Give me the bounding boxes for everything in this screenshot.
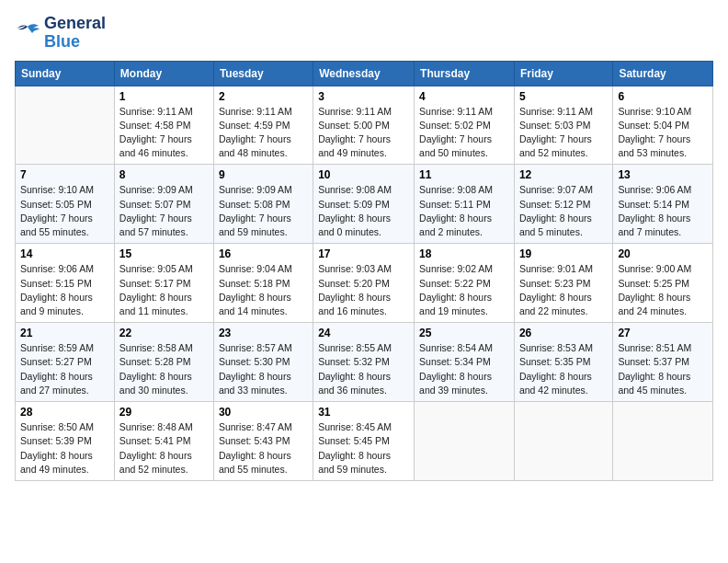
day-number: 4 xyxy=(419,90,509,103)
day-info: Sunrise: 9:06 AMSunset: 5:15 PMDaylight:… xyxy=(20,262,109,318)
calendar-cell: 7Sunrise: 9:10 AMSunset: 5:05 PMDaylight… xyxy=(16,165,115,244)
calendar-cell: 17Sunrise: 9:03 AMSunset: 5:20 PMDayligh… xyxy=(313,244,415,323)
calendar-cell: 13Sunrise: 9:06 AMSunset: 5:14 PMDayligh… xyxy=(613,165,713,244)
logo-text: General Blue xyxy=(44,15,106,52)
day-number: 13 xyxy=(618,168,708,181)
calendar-cell: 8Sunrise: 9:09 AMSunset: 5:07 PMDaylight… xyxy=(114,165,213,244)
day-number: 23 xyxy=(219,327,308,339)
calendar-cell: 22Sunrise: 8:58 AMSunset: 5:28 PMDayligh… xyxy=(114,323,213,402)
day-info: Sunrise: 9:11 AMSunset: 5:02 PMDaylight:… xyxy=(419,105,509,161)
day-info: Sunrise: 8:47 AMSunset: 5:43 PMDaylight:… xyxy=(219,420,308,477)
day-number: 17 xyxy=(318,247,409,260)
calendar-cell: 16Sunrise: 9:04 AMSunset: 5:18 PMDayligh… xyxy=(213,244,313,323)
day-number: 27 xyxy=(618,327,708,339)
day-info: Sunrise: 9:04 AMSunset: 5:18 PMDaylight:… xyxy=(219,262,308,318)
calendar-cell: 24Sunrise: 8:55 AMSunset: 5:32 PMDayligh… xyxy=(313,323,415,402)
calendar-cell: 21Sunrise: 8:59 AMSunset: 5:27 PMDayligh… xyxy=(16,323,115,402)
calendar-cell: 14Sunrise: 9:06 AMSunset: 5:15 PMDayligh… xyxy=(16,244,115,323)
day-info: Sunrise: 8:53 AMSunset: 5:35 PMDaylight:… xyxy=(519,341,608,397)
calendar-cell: 11Sunrise: 9:08 AMSunset: 5:11 PMDayligh… xyxy=(415,165,515,244)
calendar-cell: 23Sunrise: 8:57 AMSunset: 5:30 PMDayligh… xyxy=(213,323,313,402)
header-day-monday: Monday xyxy=(114,61,213,86)
day-info: Sunrise: 9:11 AMSunset: 4:59 PMDaylight:… xyxy=(219,105,308,161)
calendar-cell: 31Sunrise: 8:45 AMSunset: 5:45 PMDayligh… xyxy=(313,402,415,481)
day-number: 15 xyxy=(119,247,209,260)
day-info: Sunrise: 8:55 AMSunset: 5:32 PMDaylight:… xyxy=(318,341,409,397)
calendar-header-row: SundayMondayTuesdayWednesdayThursdayFrid… xyxy=(16,61,713,86)
day-info: Sunrise: 9:11 AMSunset: 4:58 PMDaylight:… xyxy=(119,105,209,161)
day-number: 28 xyxy=(20,406,109,419)
calendar-cell: 18Sunrise: 9:02 AMSunset: 5:22 PMDayligh… xyxy=(415,244,515,323)
day-info: Sunrise: 9:08 AMSunset: 5:11 PMDaylight:… xyxy=(419,183,509,239)
day-info: Sunrise: 9:09 AMSunset: 5:08 PMDaylight:… xyxy=(219,183,308,239)
calendar-cell xyxy=(514,402,612,481)
day-number: 3 xyxy=(318,90,409,103)
day-number: 14 xyxy=(20,247,109,260)
calendar-cell: 20Sunrise: 9:00 AMSunset: 5:25 PMDayligh… xyxy=(613,244,713,323)
header-day-wednesday: Wednesday xyxy=(313,61,415,86)
calendar-cell: 4Sunrise: 9:11 AMSunset: 5:02 PMDaylight… xyxy=(415,86,515,165)
calendar-cell: 19Sunrise: 9:01 AMSunset: 5:23 PMDayligh… xyxy=(514,244,612,323)
calendar-cell: 28Sunrise: 8:50 AMSunset: 5:39 PMDayligh… xyxy=(16,402,115,481)
header-day-tuesday: Tuesday xyxy=(213,61,313,86)
day-number: 6 xyxy=(618,90,708,103)
day-number: 29 xyxy=(119,406,209,419)
day-info: Sunrise: 8:59 AMSunset: 5:27 PMDaylight:… xyxy=(20,341,109,397)
page-header: General Blue xyxy=(15,15,713,52)
calendar-cell: 1Sunrise: 9:11 AMSunset: 4:58 PMDaylight… xyxy=(114,86,213,165)
day-number: 30 xyxy=(219,406,308,419)
day-info: Sunrise: 9:11 AMSunset: 5:00 PMDaylight:… xyxy=(318,105,409,161)
calendar-table: SundayMondayTuesdayWednesdayThursdayFrid… xyxy=(15,61,713,481)
day-number: 10 xyxy=(318,168,409,181)
day-info: Sunrise: 9:08 AMSunset: 5:09 PMDaylight:… xyxy=(318,183,409,239)
day-info: Sunrise: 8:54 AMSunset: 5:34 PMDaylight:… xyxy=(419,341,509,397)
day-info: Sunrise: 9:06 AMSunset: 5:14 PMDaylight:… xyxy=(618,183,708,239)
day-info: Sunrise: 9:10 AMSunset: 5:05 PMDaylight:… xyxy=(20,183,109,239)
header-day-thursday: Thursday xyxy=(415,61,515,86)
calendar-cell xyxy=(613,402,713,481)
day-info: Sunrise: 8:45 AMSunset: 5:45 PMDaylight:… xyxy=(318,420,409,477)
calendar-cell: 27Sunrise: 8:51 AMSunset: 5:37 PMDayligh… xyxy=(613,323,713,402)
calendar-body: 1Sunrise: 9:11 AMSunset: 4:58 PMDaylight… xyxy=(16,86,713,480)
header-day-saturday: Saturday xyxy=(613,61,713,86)
calendar-cell: 2Sunrise: 9:11 AMSunset: 4:59 PMDaylight… xyxy=(213,86,313,165)
calendar-week-2: 7Sunrise: 9:10 AMSunset: 5:05 PMDaylight… xyxy=(16,165,713,244)
calendar-cell xyxy=(415,402,515,481)
day-number: 20 xyxy=(618,247,708,260)
day-info: Sunrise: 9:01 AMSunset: 5:23 PMDaylight:… xyxy=(519,262,608,318)
day-number: 12 xyxy=(519,168,608,181)
day-info: Sunrise: 9:10 AMSunset: 5:04 PMDaylight:… xyxy=(618,105,708,161)
day-info: Sunrise: 8:51 AMSunset: 5:37 PMDaylight:… xyxy=(618,341,708,397)
day-info: Sunrise: 8:50 AMSunset: 5:39 PMDaylight:… xyxy=(20,420,109,477)
day-number: 16 xyxy=(219,247,308,260)
day-number: 7 xyxy=(20,168,109,181)
day-number: 11 xyxy=(419,168,509,181)
calendar-week-3: 14Sunrise: 9:06 AMSunset: 5:15 PMDayligh… xyxy=(16,244,713,323)
calendar-cell: 30Sunrise: 8:47 AMSunset: 5:43 PMDayligh… xyxy=(213,402,313,481)
calendar-cell: 9Sunrise: 9:09 AMSunset: 5:08 PMDaylight… xyxy=(213,165,313,244)
calendar-cell: 25Sunrise: 8:54 AMSunset: 5:34 PMDayligh… xyxy=(415,323,515,402)
calendar-cell: 3Sunrise: 9:11 AMSunset: 5:00 PMDaylight… xyxy=(313,86,415,165)
day-number: 9 xyxy=(219,168,308,181)
day-info: Sunrise: 8:58 AMSunset: 5:28 PMDaylight:… xyxy=(119,341,209,397)
day-number: 31 xyxy=(318,406,409,419)
day-info: Sunrise: 8:48 AMSunset: 5:41 PMDaylight:… xyxy=(119,420,209,477)
day-number: 5 xyxy=(519,90,608,103)
calendar-week-5: 28Sunrise: 8:50 AMSunset: 5:39 PMDayligh… xyxy=(16,402,713,481)
calendar-cell: 29Sunrise: 8:48 AMSunset: 5:41 PMDayligh… xyxy=(114,402,213,481)
day-number: 25 xyxy=(419,327,509,339)
header-day-friday: Friday xyxy=(514,61,612,86)
calendar-cell: 12Sunrise: 9:07 AMSunset: 5:12 PMDayligh… xyxy=(514,165,612,244)
calendar-cell xyxy=(16,86,115,165)
calendar-cell: 10Sunrise: 9:08 AMSunset: 5:09 PMDayligh… xyxy=(313,165,415,244)
day-info: Sunrise: 9:05 AMSunset: 5:17 PMDaylight:… xyxy=(119,262,209,318)
day-number: 2 xyxy=(219,90,308,103)
calendar-cell: 26Sunrise: 8:53 AMSunset: 5:35 PMDayligh… xyxy=(514,323,612,402)
calendar-cell: 15Sunrise: 9:05 AMSunset: 5:17 PMDayligh… xyxy=(114,244,213,323)
day-number: 24 xyxy=(318,327,409,339)
day-info: Sunrise: 9:09 AMSunset: 5:07 PMDaylight:… xyxy=(119,183,209,239)
day-number: 19 xyxy=(519,247,608,260)
day-number: 21 xyxy=(20,327,109,339)
day-number: 1 xyxy=(119,90,209,103)
day-info: Sunrise: 8:57 AMSunset: 5:30 PMDaylight:… xyxy=(219,341,308,397)
